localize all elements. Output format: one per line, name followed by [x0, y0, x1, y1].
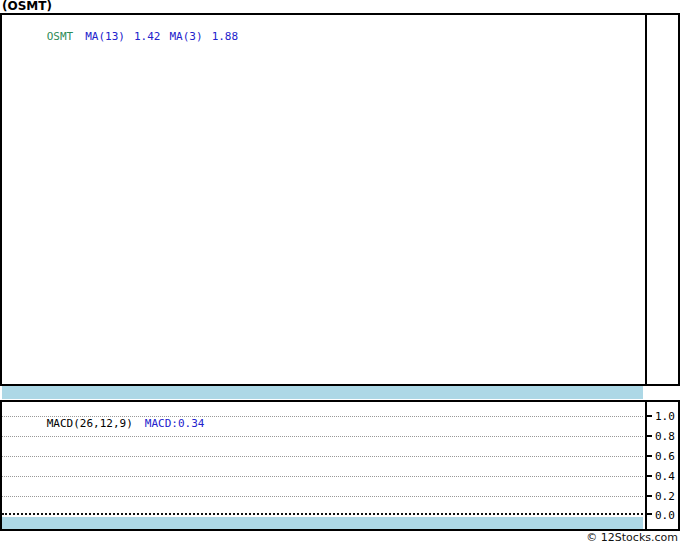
macd-axis-tickmark — [645, 475, 652, 477]
stock-chart-page: (OSMT) OSMTMA(13)1.42MA(3)1.88 MACD(26,1… — [0, 0, 680, 546]
macd-chart-panel: MACD(26,12,9)MACD:0.34 — [0, 400, 680, 531]
macd-axis-tickmark — [645, 455, 652, 457]
macd-date-axis-band — [2, 517, 643, 529]
ticker-symbol: OSMT — [47, 30, 74, 43]
ma13-label: MA(13) — [85, 30, 125, 43]
macd-axis-label: 0.6 — [655, 450, 679, 463]
macd-axis-separator — [645, 402, 647, 529]
macd-axis-tickmark — [645, 435, 652, 437]
ma3-label: MA(3) — [170, 30, 203, 43]
macd-axis-label: 0.8 — [655, 430, 679, 443]
price-date-axis-band — [2, 386, 643, 399]
price-chart-panel: OSMTMA(13)1.42MA(3)1.88 — [0, 13, 680, 386]
macd-axis-label: 0.4 — [655, 470, 679, 483]
ma13-value: 1.42 — [134, 30, 161, 43]
macd-legend-label: MACD(26,12,9) — [47, 417, 133, 430]
macd-axis-tickmark — [645, 495, 652, 497]
macd-gridline-0.8 — [2, 436, 643, 437]
macd-axis-tickmark — [645, 513, 652, 515]
page-title: (OSMT) — [2, 0, 52, 13]
price-legend: OSMTMA(13)1.42MA(3)1.88 — [7, 17, 238, 56]
macd-axis-label: 0.0 — [655, 509, 679, 522]
macd-legend-value: MACD:0.34 — [145, 417, 205, 430]
macd-axis-label: 1.0 — [655, 410, 679, 423]
macd-axis-tickmark — [645, 415, 652, 417]
macd-legend: MACD(26,12,9)MACD:0.34 — [7, 404, 204, 443]
macd-gridline-0.2 — [2, 496, 643, 497]
ma3-value: 1.88 — [212, 30, 239, 43]
macd-gridline-0.0-zero — [2, 513, 643, 515]
copyright-text: © 12Stocks.com — [586, 531, 678, 544]
macd-gridline-0.6 — [2, 456, 643, 457]
macd-axis-label: 0.2 — [655, 490, 679, 503]
macd-gridline-0.4 — [2, 476, 643, 477]
price-axis-separator — [645, 15, 647, 384]
macd-gridline-1.0 — [2, 416, 643, 417]
